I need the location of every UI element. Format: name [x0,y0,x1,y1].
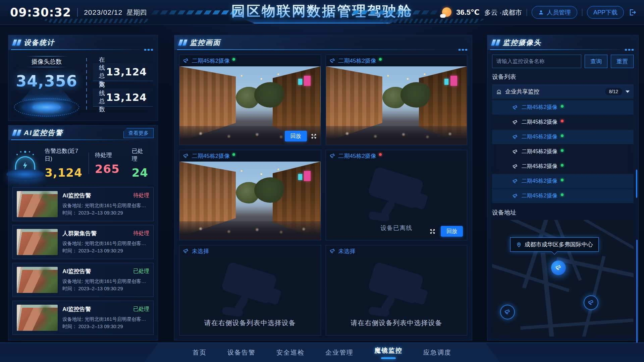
device-list-item[interactable]: 二期45栋2摄像 [492,115,634,129]
alert-address: 设备地址: 光明北街161号启明星创客明星创... [62,240,149,247]
alert-time: 时间： 2023–2–13 09:30:29 [62,209,149,217]
alert-address: 设备地址: 光明北街161号启明星创客明星创... [62,315,149,323]
fullscreen-icon[interactable] [430,229,435,234]
camera-tile[interactable]: 未选择 回放 设备已离线 [326,245,468,336]
camera-marker[interactable] [500,305,515,319]
alert-title: AI监控告警 [62,305,91,313]
offline-placeholder: 设备已离线 回放 [326,162,467,240]
panel-header: 设备统计 [8,35,158,50]
person-management-button[interactable]: 人员管理 [532,6,577,19]
alert-time: 时间： 2023–2–13 09:30:29 [62,323,149,330]
footer-nav-item[interactable]: 企业管理 [325,347,354,358]
panel-header: 监控画面 [174,35,472,50]
device-name: 二期45栋2摄像 [522,133,557,140]
scrollbar[interactable] [636,170,637,198]
status-dot [561,179,564,181]
device-address-label: 设备地址 [492,208,634,217]
device-list-item[interactable]: 二期45栋2摄像 [492,189,634,203]
alert-done-value: 24 [132,166,148,179]
person-management-label: 人员管理 [547,8,571,16]
chevron-down-icon[interactable] [626,90,630,93]
search-input[interactable] [492,55,581,68]
alert-address: 设备地址: 光明北街161号启明星创客明星创... [62,202,149,209]
alert-title: AI监控告警 [62,267,91,275]
status-dot [232,58,235,61]
camera-feed [179,162,321,240]
nav-label: 设备告警 [227,349,256,356]
offline-value: 13,124 [106,92,147,103]
reset-button[interactable]: 重置 [611,55,634,68]
device-group-count: 8/12 [605,88,622,95]
device-name: 二期45栋2摄像 [522,104,557,111]
panel-header: AI监控告警 查看更多 [8,125,158,140]
panel-slash-icon [179,40,186,46]
footer-nav-item[interactable]: 设备告警 [227,347,256,358]
footer-nav-item[interactable]: 应急调度 [423,347,452,358]
alert-status-badge: 已处理 [133,306,149,313]
offline-text: 设备已离线 [380,224,412,232]
camera-tile[interactable]: 未选择 回放 设备已离线 [179,245,321,336]
device-name: 二期45栋2摄像 [522,178,557,185]
query-button[interactable]: 查询 [585,55,607,68]
replay-button[interactable]: 回放 [441,226,463,237]
alert-time: 时间： 2023–2–13 09:30:29 [62,285,149,292]
alert-title: AI监控告警 [62,192,91,199]
device-list-item[interactable]: 二期45栋2摄像 [492,130,634,144]
camera-icon [512,164,518,170]
device-list-item[interactable]: 二期45栋2摄像 [492,100,634,115]
camera-icon [329,58,336,64]
status-dot [232,153,235,156]
header-end-decor [459,49,469,51]
fullscreen-icon[interactable] [311,133,317,139]
weekday: 星期四 [126,8,147,17]
camera-icon [512,178,518,184]
camera-glyph [211,265,288,318]
alert-time: 时间： 2023–2–13 09:30:29 [62,247,149,254]
footer-nav-item[interactable]: 安全巡检 [276,347,305,358]
view-more-button[interactable]: 查看更多 [123,128,154,138]
alert-status-badge: 待处理 [133,230,149,237]
camera-tile[interactable]: 二期45栋2摄像 回放 设备已离线 [179,55,321,145]
device-group-name: 企业共享监控 [505,88,602,96]
footer-nav-item[interactable]: 魔镜监控 [374,345,403,360]
camera-tile[interactable]: 二期45栋2摄像 回放 设备已离线 [326,150,468,240]
device-list-item[interactable]: 二期45栋2摄像 [492,174,634,188]
device-list-item[interactable]: 二期45栋2摄像 [492,159,634,174]
weather-icon [441,7,451,17]
app-download-button[interactable]: APP下载 [587,6,624,19]
footer-nav-item[interactable]: 首页 [192,347,207,358]
camera-icon [512,149,518,155]
date: 2023/02/12 [84,8,122,16]
camera-marker[interactable] [551,260,566,275]
panel-slash-icon [13,130,20,136]
camera-icon [512,119,518,125]
camera-icon [512,134,518,140]
camera-glyph [358,170,435,223]
alert-list-item[interactable]: AI监控告警 已处理 设备地址: 光明北街161号启明星创客明星创... 时间：… [12,263,154,297]
device-list-item[interactable]: 二期45栋2摄像 [492,144,634,159]
status-dot [379,153,382,156]
alert-list-item[interactable]: 人群聚集告警 待处理 设备地址: 光明北街161号启明星创客明星创... 时间：… [12,225,154,259]
device-stats-panel: 设备统计 摄像头总数 34,356 在线总数 13,124 离线总数 13,12… [8,35,158,121]
camera-tile[interactable]: 二期45栋2摄像 回放 设备已离线 [179,150,321,240]
camera-marker[interactable] [584,295,598,310]
status-dot [561,149,564,152]
camera-total-value: 34,356 [16,72,77,90]
status-dot [379,58,382,61]
device-group-row[interactable]: 企业共享监控 8/12 [492,84,634,99]
nav-label: 应急调度 [423,349,451,356]
divider [77,8,78,17]
logout-icon[interactable] [629,8,637,16]
replay-button[interactable]: 回放 [285,131,307,141]
alert-pending-value: 265 [95,162,120,176]
alert-status-badge: 已处理 [133,268,149,275]
scrollbar[interactable] [636,240,638,350]
app-download-label: APP下载 [593,8,618,16]
camera-glyph [358,265,435,318]
alert-list-item[interactable]: AI监控告警 已处理 设备地址: 光明北街161号启明星创客明星创... 时间：… [12,301,154,335]
nav-label: 魔镜监控 [374,347,402,354]
camera-tile[interactable]: 二期45栋2摄像 回放 设备已离线 [326,55,468,145]
alert-list-item[interactable]: AI监控告警 待处理 设备地址: 光明北街161号启明星创客明星创... 时间：… [12,187,154,221]
device-map[interactable]: 成都市成华区多弗国际中心 [492,220,634,337]
status-dot [561,164,564,167]
